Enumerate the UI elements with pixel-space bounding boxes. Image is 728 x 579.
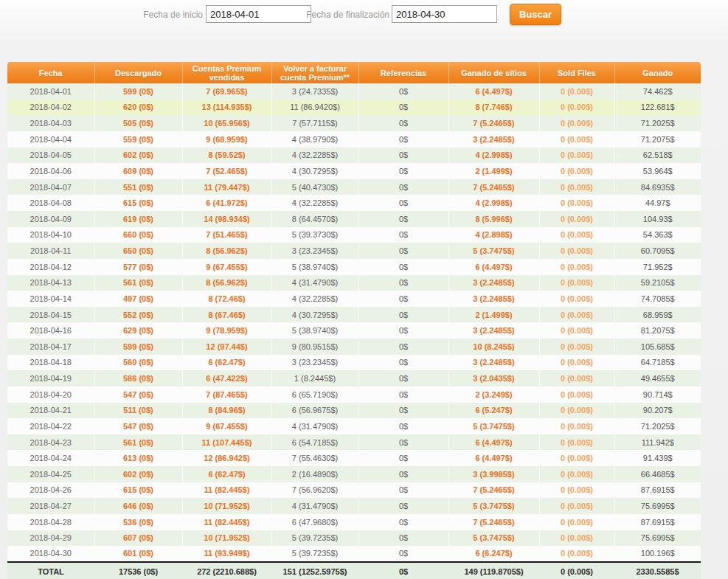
cell-referencias: 0$ (358, 403, 448, 419)
cell-ganado-de-sitios: 7 (5.2465$) (448, 179, 539, 195)
cell-referencias: 0$ (358, 100, 448, 116)
table-row: 2018-04-22547 (0$)9 (67.455$)4 (31.4790$… (7, 418, 701, 434)
cell-fecha: 2018-04-27 (7, 498, 94, 514)
table-row: 2018-04-05602 (0$)8 (59.52$)4 (32.2285$)… (7, 148, 701, 164)
end-date-input[interactable] (392, 5, 497, 23)
cell-fecha: 2018-04-03 (7, 115, 94, 131)
cell-referencias: 0$ (358, 211, 448, 227)
cell-referencias: 0$ (358, 530, 448, 547)
cell-descargado: 613 (0$) (94, 450, 182, 466)
cell-sold-files: 0 (0.00$) (539, 307, 614, 323)
cell-cuentas-premium-vendidas: 9 (68.959$) (182, 131, 271, 148)
column-header-referencias: Referencias (358, 62, 448, 83)
cell-volver-a-facturar-cuenta-premium: 7 (57.7115$) (271, 115, 358, 131)
search-button[interactable]: Buscar (510, 4, 561, 25)
cell-descargado: 561 (0$) (94, 434, 182, 451)
cell-descargado: 646 (0$) (94, 498, 182, 514)
cell-fecha: 2018-04-19 (7, 370, 94, 386)
cell-ganado-de-sitios: 5 (3.7475$) (448, 418, 539, 434)
cell-descargado: 559 (0$) (94, 131, 182, 148)
cell-fecha: 2018-04-04 (7, 131, 94, 148)
cell-sold-files: 0 (0.00$) (539, 546, 614, 562)
cell-ganado: 68.959$ (614, 307, 701, 323)
total-cuentas-premium-vendidas: 272 (2210.688$) (182, 562, 271, 579)
cell-ganado: 66.4685$ (614, 466, 701, 482)
cell-descargado: 551 (0$) (94, 179, 182, 195)
cell-ganado-de-sitios: 6 (5.247$) (448, 403, 539, 419)
cell-sold-files: 0 (0.00$) (539, 83, 614, 100)
cell-fecha: 2018-04-16 (7, 322, 94, 339)
cell-referencias: 0$ (358, 259, 448, 275)
table-row: 2018-04-04559 (0$)9 (68.959$)4 (38.9790$… (7, 131, 701, 148)
cell-sold-files: 0 (0.00$) (539, 131, 614, 148)
cell-cuentas-premium-vendidas: 8 (56.962$) (182, 243, 271, 259)
cell-fecha: 2018-04-01 (7, 83, 94, 100)
cell-referencias: 0$ (358, 179, 448, 195)
cell-volver-a-facturar-cuenta-premium: 7 (55.4630$) (271, 450, 358, 466)
cell-ganado-de-sitios: 3 (3.9985$) (448, 466, 539, 482)
cell-ganado-de-sitios: 3 (2.2485$) (448, 322, 539, 339)
cell-fecha: 2018-04-18 (7, 355, 94, 371)
table-row: 2018-04-14497 (0$)8 (72.46$)4 (32.2285$)… (7, 291, 701, 307)
table-row: 2018-04-06609 (0$)7 (52.465$)4 (30.7295$… (7, 163, 701, 179)
table-total-row: TOTAL17536 (0$)272 (2210.688$)151 (1252.… (7, 562, 701, 579)
stats-table: FechaDescargadoCuentas Premium vendidasV… (7, 62, 701, 579)
cell-cuentas-premium-vendidas: 11 (107.445$) (182, 434, 271, 451)
column-header-fecha: Fecha (7, 62, 94, 83)
table-row: 2018-04-15552 (0$)8 (67.46$)4 (30.7295$)… (7, 307, 701, 323)
cell-volver-a-facturar-cuenta-premium: 4 (32.2285$) (271, 148, 358, 164)
cell-cuentas-premium-vendidas: 8 (72.46$) (182, 291, 271, 307)
cell-volver-a-facturar-cuenta-premium: 4 (32.2285$) (271, 195, 358, 211)
table-row: 2018-04-19586 (0$)6 (47.422$)1 (8.2445$)… (7, 370, 701, 386)
cell-ganado: 49.4655$ (614, 370, 701, 386)
cell-sold-files: 0 (0.00$) (539, 148, 614, 164)
cell-referencias: 0$ (358, 339, 448, 355)
cell-cuentas-premium-vendidas: 14 (98.934$) (182, 211, 271, 227)
table-row: 2018-04-18560 (0$)6 (62.47$)3 (23.2345$)… (7, 355, 701, 371)
cell-sold-files: 0 (0.00$) (539, 386, 614, 403)
cell-descargado: 586 (0$) (94, 370, 182, 386)
cell-descargado: 577 (0$) (94, 259, 182, 275)
cell-sold-files: 0 (0.00$) (539, 339, 614, 355)
cell-fecha: 2018-04-07 (7, 179, 94, 195)
cell-ganado: 44.97$ (614, 195, 701, 211)
cell-cuentas-premium-vendidas: 6 (62.47$) (182, 466, 271, 482)
column-header-ganado-de-sitios: Ganado de sítios (448, 62, 539, 83)
cell-fecha: 2018-04-09 (7, 211, 94, 227)
cell-volver-a-facturar-cuenta-premium: 4 (31.4790$) (271, 498, 358, 514)
cell-cuentas-premium-vendidas: 8 (84.96$) (182, 403, 271, 419)
cell-referencias: 0$ (358, 466, 448, 482)
cell-ganado: 105.685$ (614, 339, 701, 355)
cell-referencias: 0$ (358, 83, 448, 100)
table-row: 2018-04-29607 (0$)10 (71.952$)5 (39.7235… (7, 530, 701, 547)
cell-ganado: 90.714$ (614, 386, 701, 403)
cell-referencias: 0$ (358, 148, 448, 164)
cell-fecha: 2018-04-24 (7, 450, 94, 466)
cell-referencias: 0$ (358, 418, 448, 434)
cell-referencias: 0$ (358, 355, 448, 371)
table-row: 2018-04-07551 (0$)11 (79.447$)5 (40.4730… (7, 179, 701, 195)
cell-ganado-de-sitios: 10 (8.245$) (448, 339, 539, 355)
cell-fecha: 2018-04-23 (7, 434, 94, 451)
cell-descargado: 511 (0$) (94, 403, 182, 419)
cell-cuentas-premium-vendidas: 8 (59.52$) (182, 148, 271, 164)
cell-fecha: 2018-04-26 (7, 482, 94, 499)
cell-descargado: 547 (0$) (94, 418, 182, 434)
table-row: 2018-04-10660 (0$)7 (51.465$)5 (39.3730$… (7, 227, 701, 243)
cell-sold-files: 0 (0.00$) (539, 482, 614, 499)
cell-sold-files: 0 (0.00$) (539, 195, 614, 211)
cell-sold-files: 0 (0.00$) (539, 498, 614, 514)
cell-ganado: 54.363$ (614, 227, 701, 243)
cell-cuentas-premium-vendidas: 11 (82.445$) (182, 482, 271, 499)
cell-volver-a-facturar-cuenta-premium: 6 (47.9680$) (271, 514, 358, 530)
cell-referencias: 0$ (358, 482, 448, 499)
cell-volver-a-facturar-cuenta-premium: 3 (23.2345$) (271, 355, 358, 371)
cell-referencias: 0$ (358, 322, 448, 339)
start-date-input[interactable] (206, 5, 311, 23)
cell-descargado: 629 (0$) (94, 322, 182, 339)
cell-ganado: 122.681$ (614, 100, 701, 116)
total-sold-files: 0 (0.00$) (539, 562, 614, 579)
table-row: 2018-04-09619 (0$)14 (98.934$)8 (64.4570… (7, 211, 701, 227)
cell-ganado: 71.2025$ (614, 418, 701, 434)
cell-volver-a-facturar-cuenta-premium: 3 (23.2345$) (271, 243, 358, 259)
